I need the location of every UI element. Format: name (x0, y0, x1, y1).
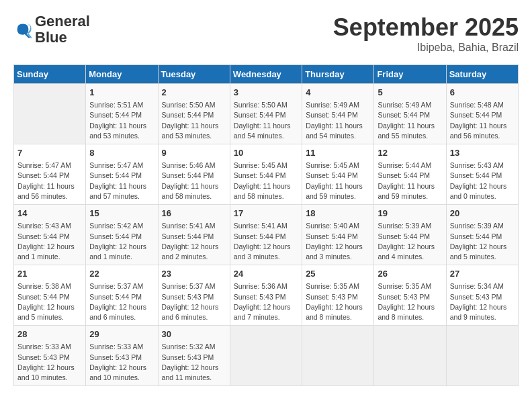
weekday-header-monday: Monday (86, 65, 158, 84)
calendar-week-2: 7Sunrise: 5:47 AM Sunset: 5:44 PM Daylig… (14, 144, 519, 205)
weekday-header-saturday: Saturday (446, 65, 518, 84)
logo-icon (13, 20, 32, 39)
calendar-cell: 30Sunrise: 5:32 AM Sunset: 5:43 PM Dayli… (158, 326, 230, 386)
day-number: 27 (450, 268, 515, 280)
calendar-cell: 23Sunrise: 5:37 AM Sunset: 5:43 PM Dayli… (158, 265, 230, 326)
day-number: 30 (162, 328, 226, 340)
day-number: 22 (89, 268, 154, 280)
day-info: Sunrise: 5:33 AM Sunset: 5:43 PM Dayligh… (17, 342, 82, 383)
location: Ibipeba, Bahia, Brazil (333, 42, 519, 54)
day-info: Sunrise: 5:47 AM Sunset: 5:44 PM Dayligh… (89, 161, 154, 201)
day-number: 10 (234, 147, 298, 159)
day-number: 19 (378, 208, 442, 220)
calendar-cell: 18Sunrise: 5:40 AM Sunset: 5:44 PM Dayli… (302, 205, 374, 265)
month-title: September 2025 (333, 13, 519, 42)
day-info: Sunrise: 5:45 AM Sunset: 5:44 PM Dayligh… (306, 161, 370, 201)
calendar-cell (374, 326, 446, 386)
logo-text: General Blue (35, 13, 90, 46)
day-number: 25 (306, 268, 370, 280)
day-info: Sunrise: 5:41 AM Sunset: 5:44 PM Dayligh… (234, 221, 298, 262)
calendar-cell (302, 326, 374, 386)
calendar-cell (230, 326, 302, 386)
day-number: 3 (234, 87, 298, 99)
day-info: Sunrise: 5:39 AM Sunset: 5:44 PM Dayligh… (378, 221, 442, 262)
day-number: 23 (162, 268, 226, 280)
day-number: 7 (17, 147, 82, 159)
day-number: 6 (450, 87, 515, 99)
page-header: General Blue September 2025 Ibipeba, Bah… (13, 13, 519, 54)
weekday-header-wednesday: Wednesday (230, 65, 302, 84)
day-info: Sunrise: 5:50 AM Sunset: 5:44 PM Dayligh… (234, 100, 298, 141)
day-info: Sunrise: 5:33 AM Sunset: 5:43 PM Dayligh… (89, 342, 154, 383)
day-info: Sunrise: 5:37 AM Sunset: 5:44 PM Dayligh… (89, 281, 154, 322)
calendar-cell: 29Sunrise: 5:33 AM Sunset: 5:43 PM Dayli… (86, 326, 158, 386)
calendar-cell (14, 84, 86, 144)
day-number: 9 (162, 147, 226, 159)
day-number: 26 (378, 268, 442, 280)
calendar-cell: 4Sunrise: 5:49 AM Sunset: 5:44 PM Daylig… (302, 84, 374, 144)
calendar-cell: 20Sunrise: 5:39 AM Sunset: 5:44 PM Dayli… (446, 205, 518, 265)
weekday-header-friday: Friday (374, 65, 446, 84)
day-number: 15 (89, 208, 154, 220)
day-number: 2 (162, 87, 226, 99)
calendar-cell: 5Sunrise: 5:49 AM Sunset: 5:44 PM Daylig… (374, 84, 446, 144)
day-info: Sunrise: 5:35 AM Sunset: 5:43 PM Dayligh… (306, 281, 370, 322)
calendar-cell (446, 326, 518, 386)
day-info: Sunrise: 5:41 AM Sunset: 5:44 PM Dayligh… (162, 221, 226, 262)
day-number: 4 (306, 87, 370, 99)
day-number: 20 (450, 208, 515, 220)
day-info: Sunrise: 5:35 AM Sunset: 5:43 PM Dayligh… (378, 281, 442, 322)
day-number: 8 (89, 147, 154, 159)
calendar-cell: 22Sunrise: 5:37 AM Sunset: 5:44 PM Dayli… (86, 265, 158, 326)
weekday-header-thursday: Thursday (302, 65, 374, 84)
calendar-header-row: SundayMondayTuesdayWednesdayThursdayFrid… (14, 65, 519, 84)
calendar-cell: 8Sunrise: 5:47 AM Sunset: 5:44 PM Daylig… (86, 144, 158, 205)
calendar-cell: 28Sunrise: 5:33 AM Sunset: 5:43 PM Dayli… (14, 326, 86, 386)
calendar-cell: 14Sunrise: 5:43 AM Sunset: 5:44 PM Dayli… (14, 205, 86, 265)
calendar-cell: 25Sunrise: 5:35 AM Sunset: 5:43 PM Dayli… (302, 265, 374, 326)
calendar-cell: 21Sunrise: 5:38 AM Sunset: 5:44 PM Dayli… (14, 265, 86, 326)
calendar-cell: 15Sunrise: 5:42 AM Sunset: 5:44 PM Dayli… (86, 205, 158, 265)
calendar-cell: 11Sunrise: 5:45 AM Sunset: 5:44 PM Dayli… (302, 144, 374, 205)
day-number: 28 (17, 328, 82, 340)
calendar-cell: 27Sunrise: 5:34 AM Sunset: 5:43 PM Dayli… (446, 265, 518, 326)
calendar-cell: 3Sunrise: 5:50 AM Sunset: 5:44 PM Daylig… (230, 84, 302, 144)
day-number: 1 (89, 87, 154, 99)
day-info: Sunrise: 5:51 AM Sunset: 5:44 PM Dayligh… (89, 100, 154, 141)
day-number: 18 (306, 208, 370, 220)
day-info: Sunrise: 5:43 AM Sunset: 5:44 PM Dayligh… (17, 221, 82, 262)
calendar-week-4: 21Sunrise: 5:38 AM Sunset: 5:44 PM Dayli… (14, 265, 519, 326)
logo: General Blue (13, 13, 90, 46)
day-number: 16 (162, 208, 226, 220)
day-number: 14 (17, 208, 82, 220)
calendar-week-1: 1Sunrise: 5:51 AM Sunset: 5:44 PM Daylig… (14, 84, 519, 144)
calendar-cell: 16Sunrise: 5:41 AM Sunset: 5:44 PM Dayli… (158, 205, 230, 265)
day-info: Sunrise: 5:48 AM Sunset: 5:44 PM Dayligh… (450, 100, 515, 141)
day-number: 21 (17, 268, 82, 280)
calendar-cell: 7Sunrise: 5:47 AM Sunset: 5:44 PM Daylig… (14, 144, 86, 205)
day-number: 13 (450, 147, 515, 159)
day-info: Sunrise: 5:32 AM Sunset: 5:43 PM Dayligh… (162, 342, 226, 383)
calendar-cell: 13Sunrise: 5:43 AM Sunset: 5:44 PM Dayli… (446, 144, 518, 205)
day-info: Sunrise: 5:50 AM Sunset: 5:44 PM Dayligh… (162, 100, 226, 141)
day-number: 12 (378, 147, 442, 159)
day-info: Sunrise: 5:37 AM Sunset: 5:43 PM Dayligh… (162, 281, 226, 322)
day-info: Sunrise: 5:42 AM Sunset: 5:44 PM Dayligh… (89, 221, 154, 262)
calendar-week-5: 28Sunrise: 5:33 AM Sunset: 5:43 PM Dayli… (14, 326, 519, 386)
day-info: Sunrise: 5:34 AM Sunset: 5:43 PM Dayligh… (450, 281, 515, 322)
day-info: Sunrise: 5:40 AM Sunset: 5:44 PM Dayligh… (306, 221, 370, 262)
calendar-cell: 24Sunrise: 5:36 AM Sunset: 5:43 PM Dayli… (230, 265, 302, 326)
weekday-header-tuesday: Tuesday (158, 65, 230, 84)
calendar-table: SundayMondayTuesdayWednesdayThursdayFrid… (13, 64, 519, 386)
day-number: 5 (378, 87, 442, 99)
calendar-cell: 12Sunrise: 5:44 AM Sunset: 5:44 PM Dayli… (374, 144, 446, 205)
calendar-cell: 9Sunrise: 5:46 AM Sunset: 5:44 PM Daylig… (158, 144, 230, 205)
day-info: Sunrise: 5:47 AM Sunset: 5:44 PM Dayligh… (17, 161, 82, 201)
calendar-cell: 6Sunrise: 5:48 AM Sunset: 5:44 PM Daylig… (446, 84, 518, 144)
calendar-week-3: 14Sunrise: 5:43 AM Sunset: 5:44 PM Dayli… (14, 205, 519, 265)
title-area: September 2025 Ibipeba, Bahia, Brazil (333, 13, 519, 54)
calendar-cell: 2Sunrise: 5:50 AM Sunset: 5:44 PM Daylig… (158, 84, 230, 144)
day-info: Sunrise: 5:46 AM Sunset: 5:44 PM Dayligh… (162, 161, 226, 201)
day-info: Sunrise: 5:49 AM Sunset: 5:44 PM Dayligh… (306, 100, 370, 141)
day-info: Sunrise: 5:44 AM Sunset: 5:44 PM Dayligh… (378, 161, 442, 201)
